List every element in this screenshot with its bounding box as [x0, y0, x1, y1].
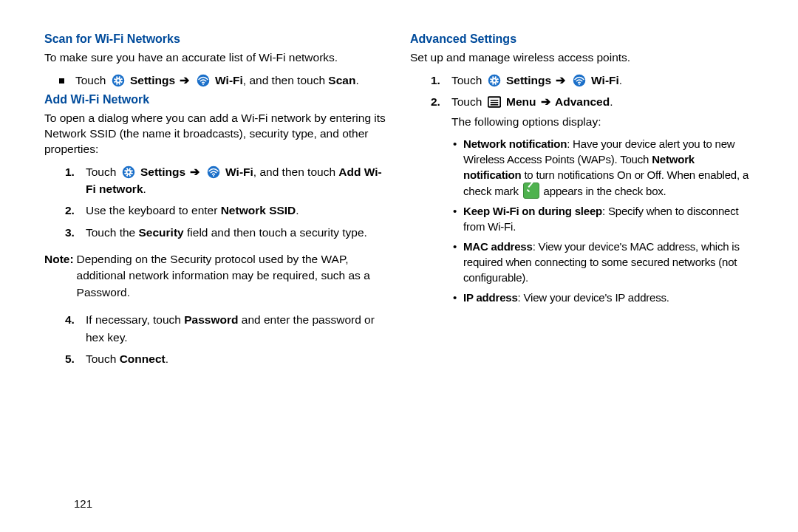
- step-number: 1.: [431, 72, 451, 89]
- option-text: Network notification: Have your device a…: [463, 136, 754, 199]
- arrow-icon: ➔: [541, 95, 550, 108]
- arrow-icon: ➔: [556, 74, 565, 86]
- note-label: Note:: [44, 251, 74, 301]
- step-text: If necessary, touch Password and enter t…: [86, 311, 388, 346]
- step-number: 1.: [65, 163, 86, 180]
- heading-advanced: Advanced Settings: [410, 33, 754, 46]
- settings-icon: [488, 74, 501, 87]
- page-number: 121: [74, 497, 92, 510]
- adv-step-2: 2. Touch Menu ➔ Advanced.: [431, 93, 754, 110]
- scan-instruction: Touch Settings ➔ Wi-Fi, and then touch S…: [59, 72, 388, 89]
- add-step-3: 3. Touch the Security field and then tou…: [65, 224, 388, 241]
- add-step-4: 4. If necessary, touch Password and ente…: [65, 311, 388, 346]
- wifi-icon: [207, 166, 220, 179]
- wifi-icon: [197, 74, 210, 87]
- option-text: MAC address: View your device's MAC addr…: [463, 239, 754, 285]
- note-block: Note: Depending on the Security protocol…: [44, 251, 388, 301]
- step-number: 3.: [65, 224, 86, 241]
- arrow-icon: ➔: [190, 166, 200, 178]
- add-desc: To open a dialog where you can add a Wi-…: [44, 111, 388, 157]
- bullet-dot: •: [453, 136, 463, 199]
- heading-add-wifi: Add Wi-Fi Network: [44, 93, 388, 106]
- bullet-dot: •: [453, 290, 463, 305]
- step-text: Touch Settings ➔ Wi-Fi, and then touch A…: [86, 163, 388, 198]
- heading-scan-wifi: Scan for Wi-Fi Networks: [44, 33, 388, 46]
- scan-instruction-text: Touch Settings ➔ Wi-Fi, and then touch S…: [75, 72, 359, 89]
- options-intro: The following options display:: [451, 115, 754, 130]
- arrow-icon: ➔: [180, 74, 189, 86]
- option-ip-address: • IP address: View your device's IP addr…: [453, 290, 754, 305]
- step-text: Touch Settings ➔ Wi-Fi.: [451, 72, 622, 89]
- right-column: Advanced Settings Set up and manage wire…: [410, 30, 754, 372]
- add-step-2: 2. Use the keyboard to enter Network SSI…: [65, 202, 388, 219]
- settings-icon: [112, 74, 125, 87]
- checkmark-icon: [523, 183, 539, 199]
- left-column: Scan for Wi-Fi Networks To make sure you…: [44, 30, 388, 372]
- option-network-notification: • Network notification: Have your device…: [453, 136, 754, 199]
- adv-step-1: 1. Touch Settings ➔ Wi-Fi.: [431, 72, 754, 89]
- menu-icon: [488, 95, 501, 109]
- step-text: Touch Connect.: [86, 350, 168, 367]
- option-text: Keep Wi-Fi on during sleep: Specify when…: [463, 203, 754, 234]
- scan-desc: To make sure you have an accurate list o…: [44, 50, 388, 66]
- step-text: Touch Menu ➔ Advanced.: [451, 93, 613, 110]
- option-keep-wifi-sleep: • Keep Wi-Fi on during sleep: Specify wh…: [453, 203, 754, 234]
- manual-page: Scan for Wi-Fi Networks To make sure you…: [44, 30, 754, 372]
- option-text: IP address: View your device's IP addres…: [463, 290, 669, 305]
- step-number: 2.: [431, 93, 451, 110]
- note-text: Depending on the Security protocol used …: [77, 251, 388, 301]
- add-step-1: 1. Touch Settings ➔ Wi-Fi, and then touc…: [65, 163, 388, 198]
- step-number: 4.: [65, 311, 86, 328]
- bullet-square: [59, 72, 75, 89]
- step-number: 5.: [65, 350, 86, 367]
- add-step-5: 5. Touch Connect.: [65, 350, 388, 367]
- wifi-icon: [573, 74, 586, 87]
- bullet-dot: •: [453, 203, 463, 234]
- step-text: Touch the Security field and then touch …: [86, 224, 367, 241]
- step-number: 2.: [65, 202, 86, 219]
- advanced-desc: Set up and manage wireless access points…: [410, 50, 754, 66]
- bullet-dot: •: [453, 239, 463, 285]
- step-text: Use the keyboard to enter Network SSID.: [86, 202, 299, 219]
- option-mac-address: • MAC address: View your device's MAC ad…: [453, 239, 754, 285]
- settings-icon: [122, 166, 135, 179]
